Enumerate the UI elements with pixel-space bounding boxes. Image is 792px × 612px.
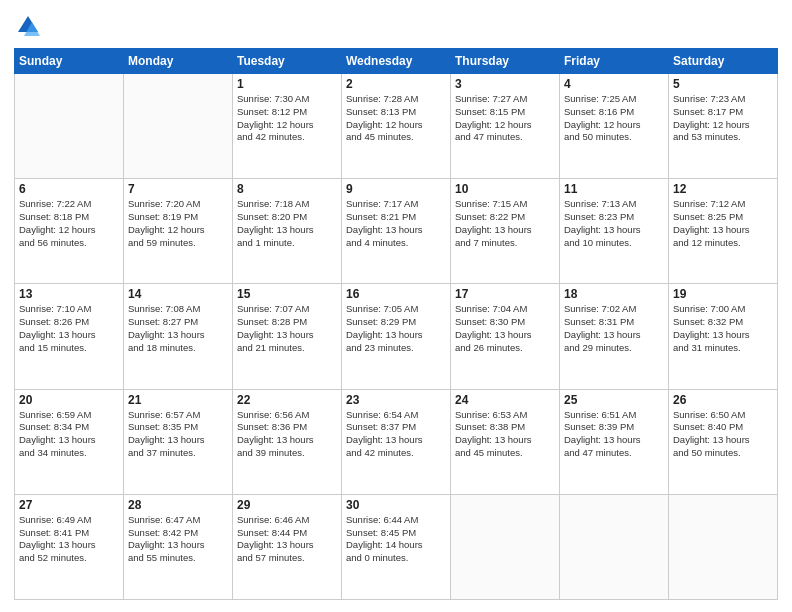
day-number: 4 xyxy=(564,77,664,91)
calendar-cell: 10Sunrise: 7:15 AM Sunset: 8:22 PM Dayli… xyxy=(451,179,560,284)
day-number: 16 xyxy=(346,287,446,301)
day-number: 28 xyxy=(128,498,228,512)
calendar-cell: 22Sunrise: 6:56 AM Sunset: 8:36 PM Dayli… xyxy=(233,389,342,494)
cell-info: Sunrise: 7:20 AM Sunset: 8:19 PM Dayligh… xyxy=(128,198,228,249)
calendar-cell: 3Sunrise: 7:27 AM Sunset: 8:15 PM Daylig… xyxy=(451,74,560,179)
day-number: 8 xyxy=(237,182,337,196)
logo xyxy=(14,12,46,40)
cell-info: Sunrise: 6:50 AM Sunset: 8:40 PM Dayligh… xyxy=(673,409,773,460)
weekday-header-thursday: Thursday xyxy=(451,49,560,74)
cell-info: Sunrise: 7:02 AM Sunset: 8:31 PM Dayligh… xyxy=(564,303,664,354)
weekday-header-saturday: Saturday xyxy=(669,49,778,74)
cell-info: Sunrise: 7:18 AM Sunset: 8:20 PM Dayligh… xyxy=(237,198,337,249)
calendar-cell: 7Sunrise: 7:20 AM Sunset: 8:19 PM Daylig… xyxy=(124,179,233,284)
day-number: 13 xyxy=(19,287,119,301)
weekday-header-row: SundayMondayTuesdayWednesdayThursdayFrid… xyxy=(15,49,778,74)
weekday-header-wednesday: Wednesday xyxy=(342,49,451,74)
day-number: 27 xyxy=(19,498,119,512)
calendar-cell: 16Sunrise: 7:05 AM Sunset: 8:29 PM Dayli… xyxy=(342,284,451,389)
calendar-cell: 8Sunrise: 7:18 AM Sunset: 8:20 PM Daylig… xyxy=(233,179,342,284)
calendar-week-5: 27Sunrise: 6:49 AM Sunset: 8:41 PM Dayli… xyxy=(15,494,778,599)
calendar-cell: 12Sunrise: 7:12 AM Sunset: 8:25 PM Dayli… xyxy=(669,179,778,284)
calendar-cell: 19Sunrise: 7:00 AM Sunset: 8:32 PM Dayli… xyxy=(669,284,778,389)
day-number: 11 xyxy=(564,182,664,196)
calendar-week-2: 6Sunrise: 7:22 AM Sunset: 8:18 PM Daylig… xyxy=(15,179,778,284)
cell-info: Sunrise: 6:56 AM Sunset: 8:36 PM Dayligh… xyxy=(237,409,337,460)
day-number: 14 xyxy=(128,287,228,301)
calendar-cell: 27Sunrise: 6:49 AM Sunset: 8:41 PM Dayli… xyxy=(15,494,124,599)
calendar-cell: 18Sunrise: 7:02 AM Sunset: 8:31 PM Dayli… xyxy=(560,284,669,389)
day-number: 26 xyxy=(673,393,773,407)
cell-info: Sunrise: 7:00 AM Sunset: 8:32 PM Dayligh… xyxy=(673,303,773,354)
day-number: 10 xyxy=(455,182,555,196)
cell-info: Sunrise: 6:57 AM Sunset: 8:35 PM Dayligh… xyxy=(128,409,228,460)
cell-info: Sunrise: 6:49 AM Sunset: 8:41 PM Dayligh… xyxy=(19,514,119,565)
cell-info: Sunrise: 7:25 AM Sunset: 8:16 PM Dayligh… xyxy=(564,93,664,144)
day-number: 9 xyxy=(346,182,446,196)
cell-info: Sunrise: 7:04 AM Sunset: 8:30 PM Dayligh… xyxy=(455,303,555,354)
calendar-week-3: 13Sunrise: 7:10 AM Sunset: 8:26 PM Dayli… xyxy=(15,284,778,389)
day-number: 15 xyxy=(237,287,337,301)
cell-info: Sunrise: 7:22 AM Sunset: 8:18 PM Dayligh… xyxy=(19,198,119,249)
day-number: 21 xyxy=(128,393,228,407)
weekday-header-tuesday: Tuesday xyxy=(233,49,342,74)
calendar-cell: 5Sunrise: 7:23 AM Sunset: 8:17 PM Daylig… xyxy=(669,74,778,179)
cell-info: Sunrise: 7:12 AM Sunset: 8:25 PM Dayligh… xyxy=(673,198,773,249)
cell-info: Sunrise: 7:05 AM Sunset: 8:29 PM Dayligh… xyxy=(346,303,446,354)
day-number: 23 xyxy=(346,393,446,407)
cell-info: Sunrise: 7:15 AM Sunset: 8:22 PM Dayligh… xyxy=(455,198,555,249)
page: SundayMondayTuesdayWednesdayThursdayFrid… xyxy=(0,0,792,612)
day-number: 20 xyxy=(19,393,119,407)
cell-info: Sunrise: 6:59 AM Sunset: 8:34 PM Dayligh… xyxy=(19,409,119,460)
cell-info: Sunrise: 6:51 AM Sunset: 8:39 PM Dayligh… xyxy=(564,409,664,460)
day-number: 12 xyxy=(673,182,773,196)
day-number: 17 xyxy=(455,287,555,301)
calendar-week-1: 1Sunrise: 7:30 AM Sunset: 8:12 PM Daylig… xyxy=(15,74,778,179)
calendar-cell: 9Sunrise: 7:17 AM Sunset: 8:21 PM Daylig… xyxy=(342,179,451,284)
calendar-cell xyxy=(451,494,560,599)
day-number: 2 xyxy=(346,77,446,91)
cell-info: Sunrise: 7:08 AM Sunset: 8:27 PM Dayligh… xyxy=(128,303,228,354)
day-number: 29 xyxy=(237,498,337,512)
calendar-cell: 20Sunrise: 6:59 AM Sunset: 8:34 PM Dayli… xyxy=(15,389,124,494)
weekday-header-friday: Friday xyxy=(560,49,669,74)
cell-info: Sunrise: 7:27 AM Sunset: 8:15 PM Dayligh… xyxy=(455,93,555,144)
cell-info: Sunrise: 7:17 AM Sunset: 8:21 PM Dayligh… xyxy=(346,198,446,249)
calendar-cell: 13Sunrise: 7:10 AM Sunset: 8:26 PM Dayli… xyxy=(15,284,124,389)
cell-info: Sunrise: 6:53 AM Sunset: 8:38 PM Dayligh… xyxy=(455,409,555,460)
cell-info: Sunrise: 7:30 AM Sunset: 8:12 PM Dayligh… xyxy=(237,93,337,144)
day-number: 25 xyxy=(564,393,664,407)
day-number: 18 xyxy=(564,287,664,301)
cell-info: Sunrise: 7:10 AM Sunset: 8:26 PM Dayligh… xyxy=(19,303,119,354)
calendar-week-4: 20Sunrise: 6:59 AM Sunset: 8:34 PM Dayli… xyxy=(15,389,778,494)
calendar-cell: 29Sunrise: 6:46 AM Sunset: 8:44 PM Dayli… xyxy=(233,494,342,599)
day-number: 6 xyxy=(19,182,119,196)
cell-info: Sunrise: 6:44 AM Sunset: 8:45 PM Dayligh… xyxy=(346,514,446,565)
calendar-cell: 11Sunrise: 7:13 AM Sunset: 8:23 PM Dayli… xyxy=(560,179,669,284)
calendar-table: SundayMondayTuesdayWednesdayThursdayFrid… xyxy=(14,48,778,600)
calendar-cell: 17Sunrise: 7:04 AM Sunset: 8:30 PM Dayli… xyxy=(451,284,560,389)
calendar-cell: 4Sunrise: 7:25 AM Sunset: 8:16 PM Daylig… xyxy=(560,74,669,179)
day-number: 30 xyxy=(346,498,446,512)
cell-info: Sunrise: 7:23 AM Sunset: 8:17 PM Dayligh… xyxy=(673,93,773,144)
day-number: 3 xyxy=(455,77,555,91)
cell-info: Sunrise: 7:07 AM Sunset: 8:28 PM Dayligh… xyxy=(237,303,337,354)
logo-icon xyxy=(14,12,42,40)
calendar-cell: 14Sunrise: 7:08 AM Sunset: 8:27 PM Dayli… xyxy=(124,284,233,389)
cell-info: Sunrise: 7:28 AM Sunset: 8:13 PM Dayligh… xyxy=(346,93,446,144)
day-number: 19 xyxy=(673,287,773,301)
cell-info: Sunrise: 6:46 AM Sunset: 8:44 PM Dayligh… xyxy=(237,514,337,565)
day-number: 1 xyxy=(237,77,337,91)
cell-info: Sunrise: 6:47 AM Sunset: 8:42 PM Dayligh… xyxy=(128,514,228,565)
calendar-cell xyxy=(560,494,669,599)
weekday-header-monday: Monday xyxy=(124,49,233,74)
calendar-cell: 1Sunrise: 7:30 AM Sunset: 8:12 PM Daylig… xyxy=(233,74,342,179)
weekday-header-sunday: Sunday xyxy=(15,49,124,74)
cell-info: Sunrise: 7:13 AM Sunset: 8:23 PM Dayligh… xyxy=(564,198,664,249)
calendar-cell: 2Sunrise: 7:28 AM Sunset: 8:13 PM Daylig… xyxy=(342,74,451,179)
day-number: 5 xyxy=(673,77,773,91)
header xyxy=(14,12,778,40)
calendar-cell xyxy=(124,74,233,179)
day-number: 22 xyxy=(237,393,337,407)
day-number: 7 xyxy=(128,182,228,196)
